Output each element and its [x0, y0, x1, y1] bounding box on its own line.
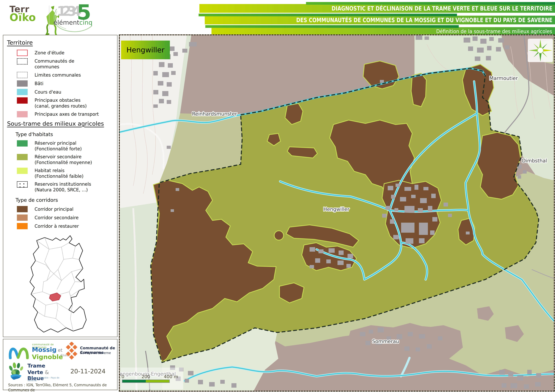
legend-habitats-title: Type d'habitats: [15, 131, 115, 137]
building-speck-1: [167, 146, 171, 149]
habitat-relais-l2: (Fonctionnalité faible): [35, 173, 83, 179]
map-label-reinhardsmunster: Reinhardsmunster: [192, 111, 237, 117]
title-banner-1-text: DIAGNOSTIC ET DÉCLINAISON DE LA TRAME VE…: [332, 5, 555, 12]
terroiko-logo: Terr Oïko: [9, 5, 50, 33]
title-banner-2: DES COMMUNAUTÉS DE COMMUNES DE LA MOSSIG…: [205, 16, 555, 24]
reservoirs-institutionnels-label: Reservoirs institutionnels (Natura 2000,…: [35, 181, 91, 193]
obstacles-label: Principaux obstacles (canal, grandes rou…: [35, 97, 87, 109]
mossig-vignoble-logo: communauté de communes Mossig et Vignobl…: [7, 342, 63, 359]
obstacles-swatch: [17, 97, 28, 104]
legend-soustrame-title: Sous-trame des milieux agricoles: [7, 120, 115, 127]
obstacles-label-l2: (canal, grandes routes): [35, 103, 87, 109]
scale-label-0: 0: [122, 374, 124, 379]
building-speck-4: [380, 80, 384, 83]
map-frame: Reinhardsmunster Marmoutier Dimbsthal He…: [119, 35, 555, 392]
corridor-restaurer-label: Corridor à restaurer: [35, 223, 79, 229]
corridor-restaurer-swatch: [17, 223, 28, 229]
pays-saverne-logo: Communauté de Communes du Pays de Savern…: [65, 342, 116, 360]
legend-corridors-title: Type de corridors: [15, 197, 115, 203]
legend-territoire-title: Territoire: [7, 39, 115, 46]
tvb-amp: &: [45, 369, 49, 375]
reservoirs-institutionnels-l1: Reservoirs institutionnels: [35, 181, 91, 187]
mossig-m-icon: [7, 342, 30, 359]
reservoir-secondaire-l1: Réservoir secondaire: [35, 154, 92, 160]
reservoir-principal-label: Réservoir principal (Fonctionnalité fort…: [35, 140, 82, 152]
tvb-line1: Trame: [27, 363, 45, 369]
legend-item-reservoir-principal: Réservoir principal (Fonctionnalité fort…: [17, 140, 115, 152]
habitat-relais-l1: Habitat relais: [35, 168, 83, 173]
reservoirs-institutionnels-swatch: [17, 181, 28, 188]
map-canvas: Reinhardsmunster Marmoutier Dimbsthal He…: [120, 35, 554, 391]
scale-bar-segment-2: [146, 380, 169, 383]
map-label-hengwiller: Hengwiller: [323, 206, 350, 212]
tvb-subtitle: Mossig et Vignoble - Pays de Saverne: [27, 376, 63, 382]
inset-locator-map: [17, 234, 100, 338]
element5-digits: 1234: [57, 3, 77, 19]
cours-eau-swatch: [17, 89, 28, 95]
legend-panel: Territoire Zone d'étude Communautés de c…: [3, 35, 117, 337]
map-label-marmoutier: Marmoutier: [489, 75, 518, 81]
mossig-name1: Mossig: [32, 346, 57, 353]
logo-divider: [49, 6, 49, 29]
legend-item-zone-etude: Zone d'étude: [17, 50, 115, 56]
pays-saverne-diamonds-icon: [65, 342, 79, 361]
habitat-relais-swatch: [17, 168, 28, 174]
reservoir-secondaire-label: Réservoir secondaire (Fonctionnalité moy…: [35, 154, 92, 165]
legend-item-reservoirs-institutionnels: Reservoirs institutionnels (Natura 2000,…: [17, 181, 115, 193]
legend-item-corridor-principal: Corridor principal: [17, 206, 115, 212]
zone-etude-swatch: [17, 50, 28, 56]
obstacles-label-l1: Principaux obstacles: [35, 97, 87, 103]
scale-label-400: 400 m: [164, 374, 178, 379]
zone-etude-label: Zone d'étude: [35, 50, 65, 56]
tvb-paw-icon: [7, 362, 25, 381]
map-mauve-sommerau: [346, 323, 463, 365]
corridor-principal-swatch: [17, 206, 28, 212]
title-banner-3: Définition de la sous-trame des milieux …: [212, 27, 555, 36]
mossig-et: et: [57, 348, 62, 353]
reservoir-principal-swatch: [17, 140, 28, 147]
communautes-swatch: [17, 58, 28, 64]
building-speck-3: [171, 209, 174, 212]
legend-item-reservoir-secondaire: Réservoir secondaire (Fonctionnalité moy…: [17, 154, 115, 165]
footer-panel: communauté de communes Mossig et Vignobl…: [3, 339, 117, 390]
legend-item-corridor-restaurer: Corridor à restaurer: [17, 223, 115, 229]
element5-word1: élément: [53, 19, 79, 26]
map-layout-page: Terr Oïko 1234 5 élémentcinq DIAGNOSTIC …: [0, 0, 555, 392]
element5-logo: 1234 5 élémentcinq: [52, 3, 93, 32]
mossig-name2: Vignoble: [32, 353, 63, 360]
corridor-principal-label: Corridor principal: [35, 206, 73, 212]
legend-item-limites: Limites communales: [17, 72, 115, 78]
legend-item-bati: Bâti: [17, 80, 115, 87]
bati-swatch: [17, 80, 28, 87]
mossig-logo-name: Mossig et Vignoble: [32, 346, 63, 360]
map-label-sommerau: Sommerau: [372, 338, 399, 344]
title-banner-2-text: DES COMMUNAUTÉS DE COMMUNES DE LA MOSSIG…: [296, 17, 555, 23]
tvb-verte: Verte: [27, 369, 45, 375]
reservoir-secondaire-l2: (Fonctionnalité moyenne): [35, 160, 92, 165]
inset-locator-svg: [17, 234, 100, 338]
reservoir-secondaire-swatch: [17, 154, 28, 160]
axes-label: Principaux axes de transport: [35, 111, 99, 117]
legend-item-cours-eau: Cours d'eau: [17, 89, 115, 95]
building-speck-2: [176, 188, 179, 191]
brown-east-mass: [477, 132, 520, 199]
scale-label-200: 200: [142, 374, 150, 379]
legend-item-corridor-secondaire: Corridor secondaire: [17, 214, 115, 221]
communautes-label: Communautés de communes: [35, 58, 74, 70]
map-title-text: Hengwiller: [126, 46, 164, 54]
axes-swatch: [17, 111, 28, 117]
title-banner-1: DIAGNOSTIC ET DÉCLINAISON DE LA TRAME VE…: [199, 4, 555, 13]
compass-rose-icon: [528, 39, 553, 62]
pays-saverne-line2: du Pays de Saverne: [80, 351, 111, 355]
inset-region-outline: [30, 236, 86, 332]
scale-bar-segment-1: [122, 380, 146, 383]
map-title-box: Hengwiller: [121, 41, 170, 59]
limites-label: Limites communales: [35, 72, 81, 78]
brown-dot: [274, 231, 284, 240]
reservoir-principal-l2: (Fonctionnalité forte): [35, 146, 82, 152]
sources-line1: Sources : IGN, TerrOïko, Elément 5, Comm…: [8, 383, 117, 392]
communautes-label-l2: communes: [35, 64, 74, 70]
cours-eau-label: Cours d'eau: [35, 89, 61, 95]
bati-label: Bâti: [35, 81, 44, 86]
legend-item-axes: Principaux axes de transport: [17, 111, 115, 117]
